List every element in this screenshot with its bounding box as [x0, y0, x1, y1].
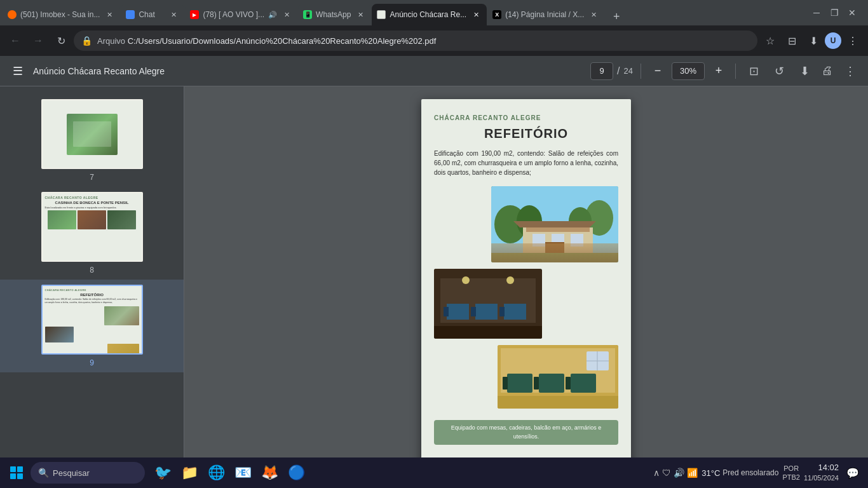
favicon-pdf: [377, 10, 386, 19]
tab-close-yt[interactable]: ✕: [281, 9, 292, 20]
taskbar-app-mail[interactable]: 📧: [230, 460, 255, 485]
tab-title-whatsapp: WhatsApp: [316, 10, 351, 19]
tab-x[interactable]: X (14) Página Inicial / X... ✕: [487, 4, 604, 25]
restore-button[interactable]: ❐: [826, 4, 843, 21]
page-number-input[interactable]: [590, 62, 613, 80]
tabs-container: (501) Imobex - Sua in... ✕ Chat ✕ ▶ (78)…: [3, 0, 803, 25]
svg-rect-21: [471, 307, 476, 316]
system-clock[interactable]: 14:02 11/05/2024: [804, 463, 839, 482]
tab-close-imobex[interactable]: ✕: [104, 9, 115, 20]
profile-avatar[interactable]: U: [825, 32, 841, 49]
temperature: 31°C: [702, 468, 720, 478]
thumbnail-panel[interactable]: 7 CHÁCARA RECANTO ALEGRE CASINHA DE BONE…: [0, 86, 184, 488]
svg-rect-19: [504, 304, 526, 320]
tab-chat[interactable]: Chat ✕: [121, 4, 184, 25]
win-quad-3: [10, 473, 16, 479]
tab-youtube[interactable]: ▶ (78) [ AO VIVO ]... 🔊 ✕: [185, 4, 297, 25]
notification-icon: 💬: [846, 467, 859, 479]
tray-arrow-icon[interactable]: ∧: [653, 468, 660, 478]
thumb-img-9: CHÁCARA RECANTO ALEGRE REFEITÓRIO Edific…: [41, 285, 143, 355]
tab-pdf[interactable]: Anúncio Chácara Re... ✕: [372, 4, 487, 25]
favicon-yt: ▶: [190, 10, 199, 19]
taskbar-app-chrome[interactable]: 🔵: [283, 460, 309, 485]
download-pdf-button[interactable]: ⬇: [794, 61, 815, 81]
notification-button[interactable]: 💬: [843, 463, 863, 483]
fit-page-button[interactable]: ⊡: [743, 61, 764, 81]
page-brand: CHÁCARA RECANTO ALEGRE: [434, 114, 618, 121]
thumb8-img1: [48, 210, 76, 229]
minimize-button[interactable]: ─: [808, 4, 825, 21]
svg-point-16: [506, 276, 514, 284]
taskbar-app-bird[interactable]: 🐦: [150, 460, 175, 485]
profile-menu-button[interactable]: ⊟: [782, 30, 802, 51]
reload-button[interactable]: ↻: [51, 30, 71, 51]
forward-button[interactable]: →: [28, 30, 48, 51]
tab-close-chat[interactable]: ✕: [168, 9, 179, 20]
language-indicator: POR PTB2: [782, 464, 800, 482]
chrome-icon: 🔵: [288, 464, 305, 481]
weather-area: 31°C Pred ensolarado: [702, 468, 778, 478]
taskbar-app-firefox[interactable]: 🦊: [257, 460, 282, 485]
taskbar-right: ∧ 🛡 🔊 📶 31°C Pred ensolarado POR PTB2 14…: [653, 463, 863, 483]
tab-imobex[interactable]: (501) Imobex - Sua in... ✕: [3, 4, 120, 25]
cast-icon: ⊟: [788, 35, 796, 47]
close-window-button[interactable]: ✕: [844, 4, 860, 21]
thumb9-text: Edificação com 190,00 m2, contendo: Salã…: [45, 298, 139, 304]
addr-source: Arquivo: [97, 36, 125, 46]
favicon-chat: [126, 10, 135, 19]
address-bar[interactable]: 🔒 Arquivo C:/Users/Usuario/Downloads/Anú…: [74, 30, 757, 51]
keyboard-layout: PTB2: [782, 473, 800, 482]
rotate-button[interactable]: ↺: [769, 61, 789, 81]
taskbar-app-edge[interactable]: 🌐: [203, 460, 229, 485]
svg-rect-20: [444, 307, 449, 316]
tab-whatsapp[interactable]: 📱 WhatsApp ✕: [298, 4, 371, 25]
thumbnail-9[interactable]: CHÁCARA RECANTO ALEGRE REFEITÓRIO Edific…: [0, 280, 184, 372]
thumbnail-7[interactable]: 7: [0, 94, 184, 187]
favicon-x: X: [492, 10, 501, 19]
tray-network-icon[interactable]: 📶: [687, 468, 698, 478]
page-separator: /: [617, 65, 620, 77]
print-pdf-button[interactable]: 🖨: [817, 61, 837, 81]
svg-rect-11: [545, 242, 564, 256]
clock-time: 14:02: [804, 463, 839, 473]
page-description: Edificação com 190,00 m2, contendo: Salã…: [434, 149, 618, 177]
lock-icon: 🔒: [81, 36, 92, 46]
taskbar-app-files[interactable]: 📁: [177, 460, 202, 485]
interior-svg: [434, 269, 542, 339]
download-button[interactable]: ⬇: [803, 30, 824, 51]
svg-rect-17: [447, 304, 469, 320]
favicon-imobex: [8, 10, 17, 19]
tab-close-x[interactable]: ✕: [588, 9, 599, 20]
taskbar-search[interactable]: 🔍 Pesquisar: [31, 462, 145, 484]
back-button[interactable]: ←: [5, 30, 25, 51]
mail-icon: 📧: [234, 464, 252, 481]
start-button[interactable]: [5, 461, 28, 484]
thumbnail-8[interactable]: CHÁCARA RECANTO ALEGRE CASINHA DE BONECA…: [0, 187, 184, 280]
toolbar-divider-2: [735, 64, 736, 79]
window-controls: ─ ❐ ✕: [803, 4, 865, 21]
page-navigation: / 24: [590, 62, 633, 80]
svg-rect-29: [507, 374, 532, 393]
pdf-main-view[interactable]: CHÁCARA RECANTO ALEGRE REFEITÓRIO Edific…: [184, 86, 868, 488]
new-tab-button[interactable]: +: [607, 8, 625, 25]
search-icon: 🔍: [38, 468, 49, 478]
tray-volume-icon[interactable]: 🔊: [674, 468, 684, 478]
zoom-in-button[interactable]: +: [710, 62, 728, 80]
zoom-out-button[interactable]: −: [649, 62, 667, 80]
tray-antivirus-icon[interactable]: 🛡: [662, 468, 671, 478]
pdf-menu-button[interactable]: ☰: [8, 61, 28, 81]
page-image-interior1: [434, 269, 542, 339]
svg-rect-12: [491, 253, 618, 262]
toolbar-divider-1: [641, 64, 641, 79]
thumb9-images: [45, 306, 139, 353]
tab-close-pdf[interactable]: ✕: [470, 9, 482, 20]
tab-bar: (501) Imobex - Sua in... ✕ Chat ✕ ▶ (78)…: [0, 0, 868, 25]
tab-close-whatsapp[interactable]: ✕: [355, 9, 366, 20]
thumb9-img1: [104, 306, 139, 325]
thumb8-header: CHÁCARA RECANTO ALEGRE: [45, 196, 139, 200]
more-options-button[interactable]: ⋮: [840, 61, 860, 81]
bookmark-button[interactable]: ☆: [760, 30, 780, 51]
settings-button[interactable]: ⋮: [843, 30, 863, 51]
svg-point-15: [462, 276, 470, 284]
tab-title-chat: Chat: [139, 10, 164, 19]
